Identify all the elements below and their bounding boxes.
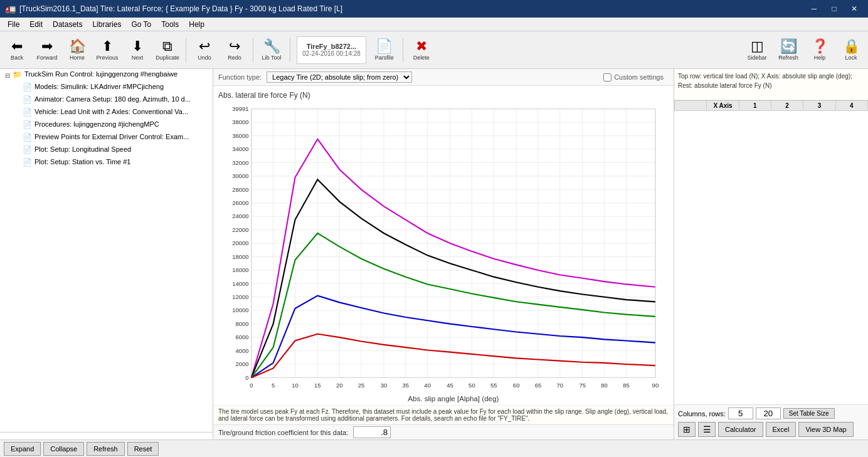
- maximize-button[interactable]: □: [825, 3, 843, 15]
- svg-text:65: 65: [535, 382, 542, 389]
- tree-expander[interactable]: [13, 145, 23, 155]
- svg-text:12000: 12000: [232, 293, 248, 300]
- svg-text:20: 20: [336, 382, 343, 389]
- col-header-1[interactable]: 1: [739, 101, 771, 111]
- svg-text:35: 35: [403, 382, 410, 389]
- back-button[interactable]: ⬅ Back: [3, 33, 31, 67]
- toolbar-sep-3: [290, 38, 290, 63]
- tree-item[interactable]: 📄Vehicle: Lead Unit with 2 Axles: Conven…: [0, 107, 213, 119]
- close-button[interactable]: ✕: [845, 3, 863, 15]
- tree-item[interactable]: 📄Preview Points for External Driver Cont…: [0, 132, 213, 144]
- delete-icon: ✖: [416, 39, 427, 53]
- toolbar-right: ◫ Sidebar 🔄 Refresh ❓ Help 🔒 Lock: [743, 33, 865, 67]
- sidebar-button[interactable]: ◫ Sidebar: [743, 33, 771, 67]
- reset-button[interactable]: Reset: [127, 442, 159, 456]
- tree-item[interactable]: ⊟📁TruckSim Run Control: lujinggenzong #h…: [0, 69, 213, 81]
- menu-item-help[interactable]: Help: [184, 19, 209, 30]
- svg-text:16000: 16000: [232, 266, 248, 273]
- columns-input[interactable]: [728, 407, 753, 419]
- svg-text:0: 0: [245, 374, 248, 381]
- tree-item-icon: 📄: [23, 83, 32, 92]
- calculator-button[interactable]: Calculator: [718, 422, 763, 437]
- tree-expander[interactable]: [13, 95, 23, 105]
- tree-expander[interactable]: [13, 120, 23, 130]
- tree-expander[interactable]: [13, 108, 23, 118]
- svg-text:75: 75: [579, 382, 586, 389]
- table-list-button[interactable]: ☰: [698, 422, 716, 437]
- parsfile-button[interactable]: 📄 Parsfile: [370, 33, 399, 67]
- function-type-label: Function type:: [218, 73, 262, 81]
- home-button[interactable]: 🏠 Home: [63, 33, 92, 67]
- col-header-xaxis[interactable]: X Axis: [707, 101, 739, 111]
- tree-horizontal-scroll[interactable]: [0, 432, 213, 439]
- svg-text:5: 5: [272, 382, 275, 389]
- collapse-button[interactable]: Collapse: [43, 442, 84, 456]
- col-header-3[interactable]: 3: [803, 101, 835, 111]
- excel-button[interactable]: Excel: [766, 422, 797, 437]
- file-info: TireFy_b8272... 02-24-2016 00:14:28: [297, 36, 366, 64]
- refresh-bottom-button[interactable]: Refresh: [87, 442, 125, 456]
- friction-input[interactable]: [353, 426, 391, 438]
- menu-item-file[interactable]: File: [3, 19, 24, 30]
- tree-expander[interactable]: [13, 83, 23, 93]
- svg-text:2000: 2000: [235, 360, 248, 367]
- main-layout: ⊟📁TruckSim Run Control: lujinggenzong #h…: [0, 69, 868, 439]
- col-header-4[interactable]: 4: [835, 101, 867, 111]
- menu-item-libraries[interactable]: Libraries: [87, 19, 126, 30]
- svg-text:25: 25: [358, 382, 365, 389]
- function-type-select[interactable]: Legacy Tire (2D; absolute slip; from zer…: [267, 71, 412, 83]
- lock-icon: 🔒: [843, 39, 860, 53]
- custom-settings-checkbox[interactable]: [603, 73, 611, 81]
- window-title: [TruckSim2016.1_Data] Tire: Lateral Forc…: [19, 4, 805, 13]
- next-button[interactable]: ⬇ Next: [123, 33, 152, 67]
- function-type-bar: Function type: Legacy Tire (2D; absolute…: [213, 69, 674, 86]
- help-button[interactable]: ❓ Help: [805, 33, 834, 67]
- svg-text:26000: 26000: [232, 199, 248, 206]
- previous-button[interactable]: ⬆ Previous: [93, 33, 122, 67]
- friction-bar: Tire/ground friction coefficient for thi…: [213, 424, 674, 439]
- tree-item[interactable]: 📄Models: Simulink: LKAdriver #MPCjicheng: [0, 81, 213, 94]
- data-table-container[interactable]: X Axis 1 2 3 4: [674, 100, 868, 404]
- menu-item-edit[interactable]: Edit: [24, 19, 48, 30]
- menu-item-tools[interactable]: Tools: [156, 19, 184, 30]
- undo-button[interactable]: ↩ Undo: [190, 33, 219, 67]
- lock-button[interactable]: 🔒 Lock: [837, 33, 865, 67]
- svg-text:6000: 6000: [235, 334, 248, 340]
- menu-item-go-to[interactable]: Go To: [126, 19, 156, 30]
- lib-tool-button[interactable]: 🔧 Lib Tool: [257, 33, 286, 67]
- lib-tool-icon: 🔧: [263, 39, 280, 53]
- chart-title: Abs. lateral tire force Fy (N): [218, 91, 669, 100]
- delete-button[interactable]: ✖ Delete: [407, 33, 436, 67]
- tree-expander[interactable]: [13, 158, 23, 168]
- svg-text:38000: 38000: [232, 118, 248, 125]
- view-3d-map-button[interactable]: View 3D Map: [798, 422, 853, 437]
- tree-item-label: Models: Simulink: LKAdriver #MPCjicheng: [34, 83, 164, 90]
- tree-item[interactable]: 📄Plot: Setup: Station vs. Time #1: [0, 157, 213, 169]
- custom-settings-group: Custom settings: [603, 73, 669, 81]
- col-header-2[interactable]: 2: [771, 101, 803, 111]
- tree-expander[interactable]: ⊟: [3, 70, 13, 80]
- sidebar-icon: ◫: [751, 39, 764, 53]
- data-table: X Axis 1 2 3 4: [674, 100, 868, 111]
- refresh-button[interactable]: 🔄 Refresh: [774, 33, 803, 67]
- bottom-bar: Expand Collapse Refresh Reset: [0, 439, 868, 457]
- redo-icon: ↪: [229, 39, 240, 53]
- menu-item-datasets[interactable]: Datasets: [48, 19, 87, 30]
- tree-item[interactable]: 📄Plot: Setup: Longitudinal Speed: [0, 144, 213, 157]
- rows-input[interactable]: [756, 407, 781, 419]
- forward-button[interactable]: ➡ Forward: [33, 33, 61, 67]
- tree-scroll[interactable]: ⊟📁TruckSim Run Control: lujinggenzong #h…: [0, 69, 213, 432]
- tree-item[interactable]: 📄Animator: Camera Setup: 180 deg. Azimut…: [0, 94, 213, 107]
- tree-expander[interactable]: [13, 133, 23, 143]
- table-grid-button[interactable]: ⊞: [678, 422, 696, 437]
- svg-text:28000: 28000: [232, 186, 248, 192]
- redo-button[interactable]: ↪ Redo: [220, 33, 249, 67]
- expand-button[interactable]: Expand: [4, 442, 41, 456]
- toolbar-sep-4: [403, 38, 403, 63]
- duplicate-button[interactable]: ⧉ Duplicate: [153, 33, 182, 67]
- set-table-size-button[interactable]: Set Table Size: [783, 408, 835, 419]
- tree-item[interactable]: 📄Procedures: lujinggenzong #jichengMPC: [0, 119, 213, 132]
- minimize-button[interactable]: ─: [805, 3, 823, 15]
- tree-item-icon: 📄: [23, 108, 32, 117]
- chart-info-text: The tire model uses peak Fy at each Fz. …: [218, 408, 668, 422]
